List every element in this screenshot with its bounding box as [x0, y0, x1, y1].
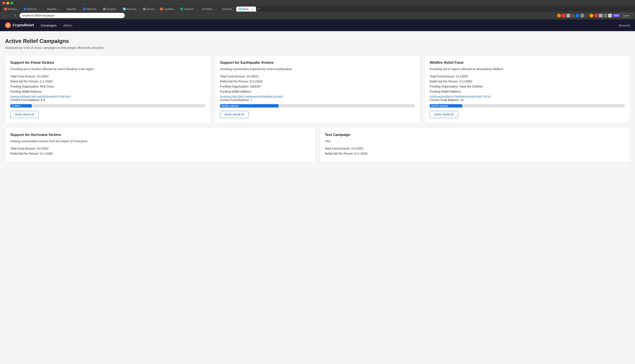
forward-button[interactable]: ›	[8, 14, 11, 18]
header-right: Account	[618, 24, 630, 27]
campaign-card-hurricane: Support for Hurricane Victims Helping co…	[5, 128, 316, 162]
extension-icon-3[interactable]	[566, 14, 570, 18]
extension-icon-12[interactable]	[608, 14, 612, 18]
verify-world-id-button-earthquake[interactable]: Verify World ID	[220, 111, 248, 118]
card-wallet-address-flood[interactable]: 0xbee414f2b4bc7997ca91f0f3bc6d62f7876679…	[10, 95, 70, 98]
progress-bar-container-flood: 11.00% c	[10, 104, 205, 108]
card-total-fund-wildfire: Total Fund Amount: 12 USDC	[430, 75, 625, 78]
verify-world-id-button-flood[interactable]: Verify World ID	[10, 111, 39, 118]
tab-favicon-incognito	[103, 8, 106, 10]
main-content: Active Relief Campaigns Displayed are a …	[0, 31, 635, 364]
campaign-card-earthquake: Support for Earthquake Victims Assisting…	[215, 55, 420, 123]
tab-favicon-ethglobal-2	[219, 8, 221, 10]
extension-icon-7[interactable]	[585, 14, 589, 18]
tab-favicon-github-1	[44, 8, 46, 10]
tab-favicon-cryptorelief	[160, 8, 163, 10]
tab-worldcoin[interactable]: Worldcoi...	[2, 6, 21, 12]
tab-github-1[interactable]: bharathb...	[41, 6, 61, 12]
card-total-fund-test: Total Fund Amount: 10 USDC	[325, 147, 625, 150]
tab-favicon-chatgpt	[180, 8, 183, 10]
tab-incognito[interactable]: Incognito...	[100, 6, 120, 12]
card-wallet-address-earthquake[interactable]: 0x483fa123872382c2eb44b6e42976bd58e1a219…	[220, 95, 283, 98]
card-total-fund-hurricane: Total Fund Amount: 10 USDC	[10, 147, 310, 150]
nav-campaigns[interactable]: Campaigns	[40, 23, 56, 28]
tab-web3-1[interactable]: Web3 Se...	[21, 6, 41, 12]
tab-label-account: Account	[146, 8, 155, 10]
tab-favicon-ethglobal-1	[198, 8, 201, 10]
progress-bar-earthquake: 30.00% claimed	[220, 104, 278, 108]
progress-bar-container-earthquake: 30.00% claimed	[220, 104, 415, 108]
card-wallet-label-flood: Funding Wallet Address:	[10, 90, 205, 93]
vpn-badge: VPN	[613, 14, 620, 17]
extension-icon-10[interactable]	[599, 14, 602, 18]
card-relief-per-person-wildfire: Relief Aid Per Person: 0.3 USDC	[430, 80, 625, 83]
card-funding-org-flood: Funding Organization: Red Cross	[10, 85, 205, 88]
tab-label-github-1: bharathb...	[47, 8, 58, 10]
progress-bar-flood: 11.00% c	[10, 104, 32, 108]
tab-label-react-active: React...	[242, 8, 250, 10]
tab-label-react-app: React Ap...	[126, 8, 138, 10]
card-title-flood: Support for Flood Victims	[10, 60, 205, 65]
extension-icon-11[interactable]	[604, 14, 607, 18]
progress-bar-wildfire: 16.67% claimed	[430, 104, 462, 108]
tab-label-ethglobal-2: ETHGlob...	[222, 8, 234, 10]
tab-close-icon[interactable]: ✕	[252, 8, 254, 10]
address-bar-row: ‹ › ↻ VPN Update	[0, 12, 635, 19]
back-button[interactable]: ‹	[2, 14, 6, 18]
tab-favicon-react-app	[123, 8, 126, 10]
campaigns-grid: Support for Flood Victims Providing aid …	[5, 55, 630, 162]
campaign-card-wildfire: Wildfire Relief Fund Providing aid to re…	[424, 55, 630, 123]
tab-ethglobal-1[interactable]: ETHGlob...	[196, 6, 216, 12]
tab-label-ethglobal-1: ETHGlob...	[202, 8, 213, 10]
card-wallet-label-wildfire: Funding Wallet Address:	[430, 90, 625, 93]
tab-github-2[interactable]: bharathb...	[61, 6, 80, 12]
tab-react-active[interactable]: React... ✕	[236, 6, 256, 12]
extension-icon-9[interactable]	[594, 14, 598, 18]
tab-favicon-react-active	[239, 8, 241, 10]
tab-cryptorelief[interactable]: CryptoRe...	[158, 6, 178, 12]
traffic-light-fullscreen[interactable]	[10, 2, 13, 4]
card-total-fund-earthquake: Total Fund Amount: 10 USDC	[220, 75, 415, 78]
tab-label-web3-1: Web3 Se...	[27, 8, 38, 10]
tab-label-cryptorelief: CryptoRe...	[164, 8, 175, 10]
nav-admin[interactable]: Admin	[63, 23, 72, 28]
tab-ethglobal-2[interactable]: ETHGlob...	[216, 6, 236, 12]
progress-label-earthquake: 30.00% claimed	[221, 104, 238, 107]
tab-web3-2[interactable]: Web3 Se...	[80, 6, 100, 12]
browser-titlebar	[0, 0, 635, 6]
tab-label-github-2: bharathb...	[67, 8, 78, 10]
card-desc-flood: Providing aid to families affected by re…	[10, 67, 205, 71]
app-logo: CryptoRelief	[5, 22, 34, 28]
new-tab-button[interactable]: +	[256, 6, 262, 12]
logo-icon	[5, 22, 11, 28]
page-subtitle: Displayed are a list of active campaigns…	[5, 46, 630, 50]
card-relief-per-person-earthquake: Relief Aid Per Person: 0.2 USDC	[220, 80, 415, 83]
progress-label-flood: 11.00% c	[12, 104, 21, 107]
address-bar-input[interactable]	[20, 13, 125, 18]
campaign-card-flood: Support for Flood Victims Providing aid …	[5, 55, 210, 123]
tab-label-chatgpt: ChatGPT	[184, 8, 193, 10]
campaign-card-test: Test Campaign Test Total Fund Amount: 10…	[320, 128, 630, 162]
reload-button[interactable]: ↻	[13, 14, 18, 18]
extension-icon-4[interactable]	[571, 14, 575, 18]
progress-bar-container-wildfire: 16.67% claimed	[430, 104, 625, 108]
extension-icon-2[interactable]	[562, 14, 566, 18]
extension-icon-5[interactable]	[576, 14, 580, 18]
tab-account[interactable]: Account	[140, 6, 158, 12]
extension-icon-6[interactable]	[580, 14, 584, 18]
traffic-light-close[interactable]	[2, 2, 5, 4]
tab-label-web3-2: Web3 Se...	[86, 8, 98, 10]
traffic-light-minimize[interactable]	[6, 2, 9, 4]
card-wallet-address-wildfire[interactable]: 0xf40cab2cb598c1c78df35f959e2d8e150d77a7…	[430, 95, 490, 98]
card-funding-org-wildfire: Funding Organization: Save the Children	[430, 85, 625, 88]
tab-favicon-github-2	[64, 8, 66, 10]
tab-label-worldcoin: Worldcoi...	[8, 8, 18, 10]
tab-react-app[interactable]: React Ap...	[120, 6, 140, 12]
account-label: Account	[618, 24, 630, 27]
verify-world-id-button-wildfire[interactable]: Verify World ID	[430, 111, 458, 118]
update-button[interactable]: Update	[620, 14, 632, 18]
card-balance-earthquake: Current Fund Balance: 7	[220, 98, 415, 102]
extension-icon-8[interactable]	[590, 14, 593, 18]
tab-chatgpt[interactable]: ChatGPT	[178, 6, 196, 12]
extension-icon-1[interactable]	[557, 14, 561, 18]
